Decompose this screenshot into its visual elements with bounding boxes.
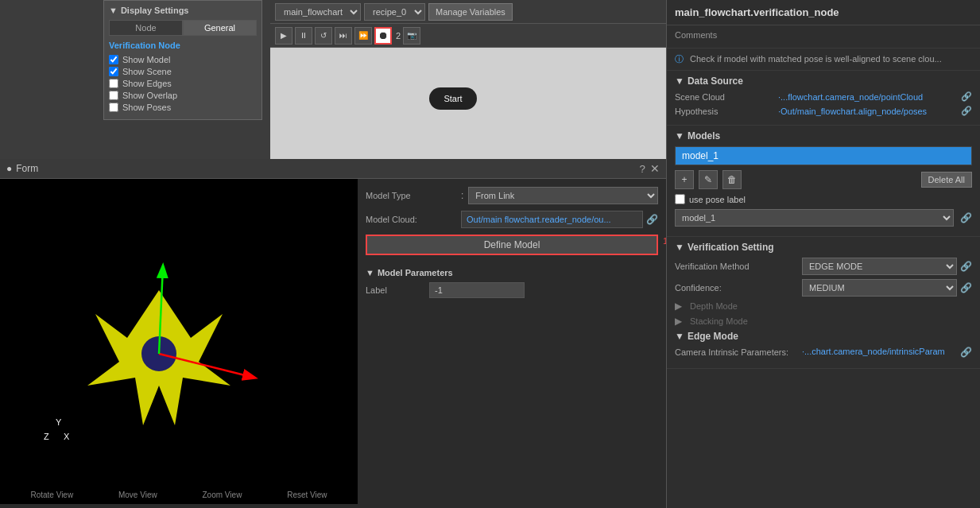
show-overlap-checkbox[interactable] <box>109 91 118 100</box>
zoom-view-button[interactable]: Zoom View <box>203 491 242 499</box>
model-item[interactable]: model_1 <box>676 147 971 165</box>
hypothesis-value[interactable]: ·Out/main_flowchart.align_node/poses <box>778 107 958 116</box>
play-button[interactable]: ▶ <box>275 27 292 45</box>
verification-method-select[interactable]: EDGE MODE <box>802 258 957 275</box>
form-body: Y Z X Rotate View Move View Zoom View Re… <box>0 179 666 504</box>
model-type-sep: : <box>461 190 463 201</box>
show-poses-label: Show Poses <box>122 103 171 112</box>
model-type-select[interactable]: From Link <box>468 187 658 204</box>
show-scene-row: Show Scene <box>109 67 257 76</box>
models-section: ▼ Models model_1 + ✎ 🗑 Delete All use po… <box>667 126 980 237</box>
scene-cloud-link-icon[interactable]: 🔗 <box>961 91 972 102</box>
model-parameters-section: ▼ Model Parameters Label <box>366 268 658 298</box>
confidence-select[interactable]: MEDIUM <box>802 279 957 297</box>
form-help-button[interactable]: ? <box>640 162 645 175</box>
comments-label: Comments <box>675 30 972 40</box>
triangle-down-icon: ▼ <box>109 6 118 15</box>
recipe-select[interactable]: recipe_0 <box>364 3 425 21</box>
data-source-title: Data Source <box>688 76 743 87</box>
manage-variables-button[interactable]: Manage Variables <box>428 3 513 21</box>
delete-all-button[interactable]: Delete All <box>921 172 972 188</box>
define-model-button[interactable]: Define Model <box>366 235 658 255</box>
reset-view-button[interactable]: Reset View <box>287 491 327 499</box>
triangle-right-icon: ▶ <box>675 316 682 327</box>
model-dropdown[interactable]: model_1 <box>675 209 954 227</box>
show-edges-checkbox[interactable] <box>109 79 118 88</box>
depth-mode-label: Depth Mode <box>690 301 738 311</box>
edge-mode-header: ▼ Edge Mode <box>675 331 972 342</box>
show-model-row: Show Model <box>109 55 257 64</box>
define-model-container: Define Model 1 <box>366 235 658 262</box>
define-model-badge: 1 <box>663 236 666 246</box>
verification-method-link-icon[interactable]: 🔗 <box>960 261 972 272</box>
model-actions: + ✎ 🗑 Delete All <box>675 170 972 189</box>
model-select-row: model_1 🔗 <box>675 209 972 227</box>
confidence-label: Confidence: <box>675 283 802 293</box>
show-scene-checkbox[interactable] <box>109 67 118 76</box>
data-source-header: ▼ Data Source <box>675 76 972 87</box>
rotate-view-button[interactable]: Rotate View <box>30 491 73 499</box>
verification-node-label: Verification Node <box>109 41 257 50</box>
step-end-button[interactable]: ⏭ <box>335 27 352 45</box>
models-list: model_1 <box>675 146 972 165</box>
hypothesis-link-icon[interactable]: 🔗 <box>961 106 972 116</box>
camera-intrinsic-link-icon[interactable]: 🔗 <box>960 347 972 358</box>
tab-node[interactable]: Node <box>109 20 183 36</box>
scene-cloud-row: Scene Cloud ·...flowchart.camera_node/po… <box>675 91 972 102</box>
camera-intrinsic-row: Camera Intrinsic Parameters: ·...chart.c… <box>675 347 972 359</box>
verification-setting-header: ▼ Verification Setting <box>675 242 972 253</box>
show-poses-row: Show Poses <box>109 103 257 112</box>
edit-model-button[interactable]: ✎ <box>699 170 718 189</box>
add-model-button[interactable]: + <box>675 170 694 189</box>
view-controls: Rotate View Move View Zoom View Reset Vi… <box>0 491 358 499</box>
display-settings-tabs: Node General <box>109 20 257 36</box>
depth-mode-row: ▶ Depth Mode <box>675 301 972 312</box>
start-node-label: Start <box>444 94 462 103</box>
show-poses-checkbox[interactable] <box>109 103 118 112</box>
show-model-checkbox[interactable] <box>109 55 118 64</box>
label-param-input[interactable] <box>429 282 525 298</box>
label-param-label: Label <box>366 285 429 295</box>
form-circle-icon: ● <box>6 163 12 174</box>
models-header: ▼ Models <box>675 130 972 142</box>
show-edges-label: Show Edges <box>122 79 172 88</box>
hypothesis-label: Hypothesis <box>675 107 778 116</box>
refresh-button[interactable]: ↺ <box>315 27 332 45</box>
triangle-down-icon: ▼ <box>366 268 374 277</box>
hypothesis-row: Hypothesis ·Out/main_flowchart.align_nod… <box>675 106 972 116</box>
stacking-mode-label: Stacking Mode <box>690 316 748 326</box>
use-pose-row: use pose label <box>675 194 972 204</box>
fast-forward-button[interactable]: ⏩ <box>354 27 372 45</box>
form-close-button[interactable]: ✕ <box>650 162 660 175</box>
use-pose-checkbox[interactable] <box>675 194 685 204</box>
label-param-row: Label <box>366 282 658 298</box>
scene-cloud-value[interactable]: ·...flowchart.camera_node/pointCloud <box>778 92 958 102</box>
show-edges-row: Show Edges <box>109 79 257 88</box>
active-step-button[interactable]: ⏺ <box>374 27 392 45</box>
model-cloud-link-icon[interactable]: 🔗 <box>646 214 658 225</box>
camera-intrinsic-value[interactable]: ·...chart.camera_node/intrinsicParam <box>802 347 957 356</box>
data-source-section: ▼ Data Source Scene Cloud ·...flowchart.… <box>667 71 980 126</box>
verification-method-row: Verification Method EDGE MODE 🔗 <box>675 258 972 275</box>
triangle-down-icon: ▼ <box>675 242 684 253</box>
confidence-row: Confidence: MEDIUM 🔗 <box>675 279 972 297</box>
triangle-down-icon: ▼ <box>675 130 684 142</box>
confidence-link-icon[interactable]: 🔗 <box>960 282 972 293</box>
main-form: ● Form ? ✕ <box>0 159 666 508</box>
x-axis-label: X <box>64 432 70 441</box>
model-dropdown-link-icon[interactable]: 🔗 <box>960 212 972 223</box>
flowchart-select[interactable]: main_flowchart <box>275 3 361 21</box>
show-scene-label: Show Scene <box>122 67 172 76</box>
info-icon: ⓘ <box>675 53 684 65</box>
screenshot-button[interactable]: 📷 <box>403 27 420 45</box>
form-right-panel: Model Type : From Link Model Cloud: Out/… <box>358 179 666 504</box>
model-cloud-value[interactable]: Out/main flowchart.reader_node/ou... <box>461 211 643 228</box>
start-node: Start <box>429 87 477 110</box>
tab-general[interactable]: General <box>183 20 257 36</box>
move-view-button[interactable]: Move View <box>118 491 157 499</box>
pause-button[interactable]: ⏸ <box>295 27 312 45</box>
model-type-label: Model Type <box>366 191 461 200</box>
3d-view: Y Z X Rotate View Move View Zoom View Re… <box>0 179 358 504</box>
delete-model-button[interactable]: 🗑 <box>722 170 742 189</box>
triangle-down-icon: ▼ <box>675 331 684 342</box>
